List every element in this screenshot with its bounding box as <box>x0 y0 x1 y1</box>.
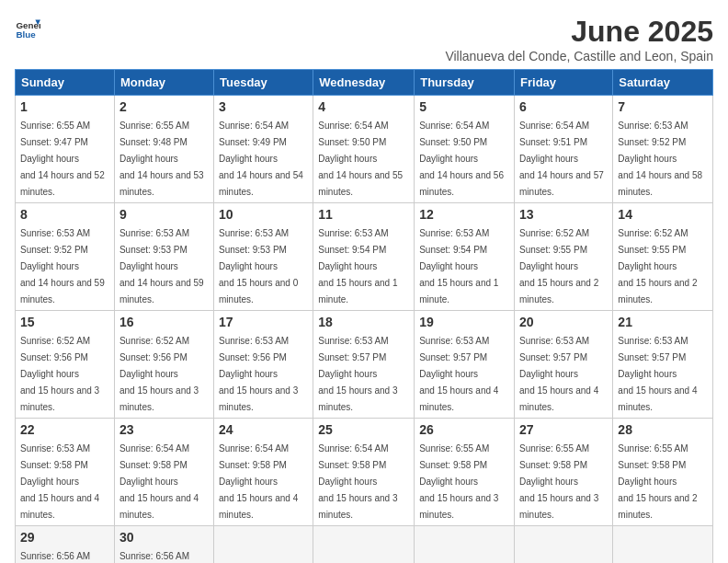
table-row: 29 Sunrise: 6:56 AMSunset: 9:58 PMDaylig… <box>16 526 115 564</box>
table-row: 15 Sunrise: 6:52 AMSunset: 9:56 PMDaylig… <box>16 311 115 419</box>
table-row: 11 Sunrise: 6:53 AMSunset: 9:54 PMDaylig… <box>313 203 415 311</box>
calendar-week-row: 15 Sunrise: 6:52 AMSunset: 9:56 PMDaylig… <box>16 311 713 419</box>
day-number: 30 <box>119 530 209 545</box>
table-row <box>415 526 515 564</box>
table-row: 16 Sunrise: 6:52 AMSunset: 9:56 PMDaylig… <box>114 311 213 419</box>
day-info: Sunrise: 6:53 AMSunset: 9:52 PMDaylight … <box>20 228 105 304</box>
table-row: 1 Sunrise: 6:55 AMSunset: 9:47 PMDayligh… <box>16 96 115 203</box>
day-info: Sunrise: 6:55 AMSunset: 9:58 PMDaylight … <box>618 443 697 520</box>
day-number: 18 <box>318 315 409 329</box>
table-row: 26 Sunrise: 6:55 AMSunset: 9:58 PMDaylig… <box>415 419 515 526</box>
day-number: 4 <box>318 99 409 114</box>
day-number: 20 <box>519 315 608 329</box>
day-info: Sunrise: 6:55 AMSunset: 9:58 PMDaylight … <box>519 443 598 520</box>
day-info: Sunrise: 6:52 AMSunset: 9:55 PMDaylight … <box>519 228 598 304</box>
table-row: 12 Sunrise: 6:53 AMSunset: 9:54 PMDaylig… <box>415 203 515 311</box>
col-tuesday: Tuesday <box>214 70 313 96</box>
day-info: Sunrise: 6:54 AMSunset: 9:58 PMDaylight … <box>318 443 397 520</box>
table-row <box>613 526 713 564</box>
day-info: Sunrise: 6:53 AMSunset: 9:53 PMDaylight … <box>119 228 204 304</box>
day-number: 26 <box>419 422 509 437</box>
table-row: 5 Sunrise: 6:54 AMSunset: 9:50 PMDayligh… <box>415 96 515 203</box>
day-number: 25 <box>318 422 409 437</box>
day-info: Sunrise: 6:55 AMSunset: 9:47 PMDaylight … <box>20 121 105 197</box>
day-info: Sunrise: 6:53 AMSunset: 9:53 PMDaylight … <box>219 228 298 304</box>
table-row: 19 Sunrise: 6:53 AMSunset: 9:57 PMDaylig… <box>415 311 515 419</box>
table-row: 14 Sunrise: 6:52 AMSunset: 9:55 PMDaylig… <box>613 203 713 311</box>
day-number: 17 <box>219 315 308 329</box>
day-info: Sunrise: 6:52 AMSunset: 9:56 PMDaylight … <box>20 336 99 412</box>
day-info: Sunrise: 6:53 AMSunset: 9:57 PMDaylight … <box>519 336 598 412</box>
table-row: 25 Sunrise: 6:54 AMSunset: 9:58 PMDaylig… <box>313 419 415 526</box>
day-info: Sunrise: 6:56 AMSunset: 9:58 PMDaylight … <box>119 551 199 563</box>
table-row: 4 Sunrise: 6:54 AMSunset: 9:50 PMDayligh… <box>313 96 415 203</box>
day-number: 27 <box>519 422 608 437</box>
calendar-week-row: 22 Sunrise: 6:53 AMSunset: 9:58 PMDaylig… <box>16 419 713 526</box>
table-row: 28 Sunrise: 6:55 AMSunset: 9:58 PMDaylig… <box>613 419 713 526</box>
table-row: 9 Sunrise: 6:53 AMSunset: 9:53 PMDayligh… <box>114 203 213 311</box>
calendar-header-row: Sunday Monday Tuesday Wednesday Thursday… <box>16 70 713 96</box>
day-number: 16 <box>119 315 209 329</box>
day-info: Sunrise: 6:53 AMSunset: 9:52 PMDaylight … <box>618 121 702 197</box>
day-info: Sunrise: 6:54 AMSunset: 9:58 PMDaylight … <box>119 443 199 520</box>
table-row: 20 Sunrise: 6:53 AMSunset: 9:57 PMDaylig… <box>515 311 613 419</box>
day-number: 2 <box>119 99 209 114</box>
day-number: 13 <box>519 207 608 222</box>
page-container: General Blue June 2025 Villanueva del Co… <box>15 15 713 563</box>
table-row: 17 Sunrise: 6:53 AMSunset: 9:56 PMDaylig… <box>214 311 313 419</box>
day-info: Sunrise: 6:54 AMSunset: 9:51 PMDaylight … <box>519 121 604 197</box>
day-number: 8 <box>20 207 109 222</box>
day-info: Sunrise: 6:54 AMSunset: 9:58 PMDaylight … <box>219 443 298 520</box>
day-info: Sunrise: 6:54 AMSunset: 9:49 PMDaylight … <box>219 121 303 197</box>
table-row: 8 Sunrise: 6:53 AMSunset: 9:52 PMDayligh… <box>16 203 115 311</box>
month-title: June 2025 <box>445 15 713 49</box>
col-thursday: Thursday <box>415 70 515 96</box>
day-info: Sunrise: 6:52 AMSunset: 9:56 PMDaylight … <box>119 336 199 412</box>
table-row: 7 Sunrise: 6:53 AMSunset: 9:52 PMDayligh… <box>613 96 713 203</box>
day-number: 7 <box>618 99 708 114</box>
day-info: Sunrise: 6:56 AMSunset: 9:58 PMDaylight … <box>20 551 99 563</box>
day-info: Sunrise: 6:53 AMSunset: 9:57 PMDaylight … <box>419 336 498 412</box>
table-row: 2 Sunrise: 6:55 AMSunset: 9:48 PMDayligh… <box>114 96 213 203</box>
day-info: Sunrise: 6:55 AMSunset: 9:58 PMDaylight … <box>419 443 498 520</box>
table-row: 22 Sunrise: 6:53 AMSunset: 9:58 PMDaylig… <box>16 419 115 526</box>
col-friday: Friday <box>515 70 613 96</box>
day-number: 14 <box>618 207 708 222</box>
logo-icon: General Blue <box>15 15 40 40</box>
table-row: 24 Sunrise: 6:54 AMSunset: 9:58 PMDaylig… <box>214 419 313 526</box>
day-number: 24 <box>219 422 308 437</box>
day-info: Sunrise: 6:52 AMSunset: 9:55 PMDaylight … <box>618 228 697 304</box>
col-monday: Monday <box>114 70 213 96</box>
day-number: 28 <box>618 422 708 437</box>
day-number: 11 <box>318 207 409 222</box>
table-row: 13 Sunrise: 6:52 AMSunset: 9:55 PMDaylig… <box>515 203 613 311</box>
day-number: 5 <box>419 99 509 114</box>
day-info: Sunrise: 6:53 AMSunset: 9:56 PMDaylight … <box>219 336 298 412</box>
day-info: Sunrise: 6:54 AMSunset: 9:50 PMDaylight … <box>419 121 504 197</box>
calendar-week-row: 1 Sunrise: 6:55 AMSunset: 9:47 PMDayligh… <box>16 96 713 203</box>
day-info: Sunrise: 6:53 AMSunset: 9:54 PMDaylight … <box>318 228 397 304</box>
table-row <box>214 526 313 564</box>
day-number: 29 <box>20 530 109 545</box>
day-info: Sunrise: 6:55 AMSunset: 9:48 PMDaylight … <box>119 121 204 197</box>
table-row: 21 Sunrise: 6:53 AMSunset: 9:57 PMDaylig… <box>613 311 713 419</box>
table-row <box>313 526 415 564</box>
col-sunday: Sunday <box>16 70 115 96</box>
location-subtitle: Villanueva del Conde, Castille and Leon,… <box>445 49 713 63</box>
table-row: 3 Sunrise: 6:54 AMSunset: 9:49 PMDayligh… <box>214 96 313 203</box>
calendar-week-row: 29 Sunrise: 6:56 AMSunset: 9:58 PMDaylig… <box>16 526 713 564</box>
day-info: Sunrise: 6:54 AMSunset: 9:50 PMDaylight … <box>318 121 403 197</box>
col-saturday: Saturday <box>613 70 713 96</box>
day-number: 12 <box>419 207 509 222</box>
table-row: 10 Sunrise: 6:53 AMSunset: 9:53 PMDaylig… <box>214 203 313 311</box>
day-number: 3 <box>219 99 308 114</box>
day-number: 15 <box>20 315 109 329</box>
col-wednesday: Wednesday <box>313 70 415 96</box>
table-row: 6 Sunrise: 6:54 AMSunset: 9:51 PMDayligh… <box>515 96 613 203</box>
table-row: 30 Sunrise: 6:56 AMSunset: 9:58 PMDaylig… <box>114 526 213 564</box>
day-number: 10 <box>219 207 308 222</box>
day-number: 6 <box>519 99 608 114</box>
day-info: Sunrise: 6:53 AMSunset: 9:57 PMDaylight … <box>618 336 697 412</box>
title-area: June 2025 Villanueva del Conde, Castille… <box>445 15 713 63</box>
table-row: 27 Sunrise: 6:55 AMSunset: 9:58 PMDaylig… <box>515 419 613 526</box>
